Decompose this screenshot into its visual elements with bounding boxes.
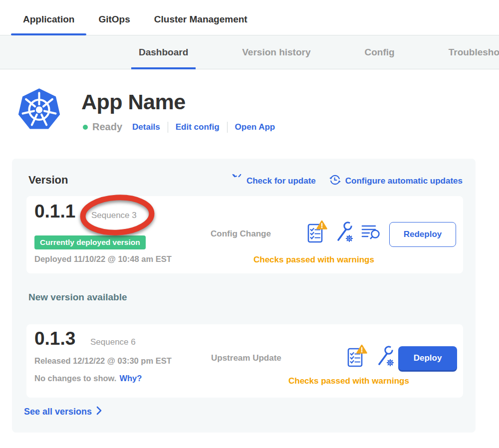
tab-cluster-management-label: Cluster Management — [154, 14, 248, 24]
why-link[interactable]: Why? — [119, 374, 142, 383]
deployed-timestamp: Deployed 11/10/22 @ 10:48 am EST — [34, 254, 172, 264]
currently-deployed-badge: Currently deployed version — [34, 235, 146, 249]
app-dashboard-screen: Application GitOps Cluster Management Da… — [0, 0, 499, 448]
chevron-right-icon — [96, 406, 102, 418]
configure-automatic-updates-label: Configure automatic updates — [345, 176, 463, 186]
tab-gitops[interactable]: GitOps — [86, 14, 142, 35]
tab-dashboard[interactable]: Dashboard — [131, 35, 196, 69]
current-version-card: 0.1.1 Sequence 3 Currently deployed vers… — [26, 196, 463, 273]
page-title: App Name — [81, 90, 186, 114]
tab-application-label: Application — [23, 14, 74, 24]
check-for-update-button[interactable]: Check for update — [231, 174, 316, 188]
checks-status-text[interactable]: Checks passed with warnings — [288, 376, 409, 386]
details-link[interactable]: Details — [132, 122, 160, 132]
available-version-status-icons — [347, 344, 396, 370]
scheduled-sync-icon — [329, 174, 341, 189]
kubernetes-logo-icon — [17, 86, 61, 135]
primary-nav: Application GitOps Cluster Management — [0, 0, 499, 35]
tab-gitops-label: GitOps — [98, 14, 130, 24]
tab-version-history[interactable]: Version history — [235, 35, 318, 69]
tab-config-label: Config — [365, 47, 395, 58]
open-app-link[interactable]: Open App — [235, 122, 275, 132]
refresh-icon — [231, 174, 243, 188]
app-status-row: Ready Details Edit config Open App — [83, 121, 275, 133]
available-version-sequence: Sequence 6 — [90, 337, 136, 347]
config-wrench-icon[interactable] — [375, 345, 396, 369]
tab-troubleshoot-label: Troubleshoot — [449, 47, 499, 58]
version-panel-actions: Check for update Configure automatic upd… — [231, 174, 463, 189]
secondary-nav: Dashboard Version history Config Trouble… — [0, 35, 499, 69]
divider — [227, 122, 228, 133]
tab-dashboard-label: Dashboard — [139, 47, 188, 58]
current-version-sequence: Sequence 3 — [91, 211, 137, 221]
tab-config[interactable]: Config — [357, 35, 402, 69]
preflight-checks-warning-icon[interactable] — [347, 344, 367, 370]
redeploy-button[interactable]: Redeploy — [389, 222, 456, 247]
status-ready-dot-icon — [83, 125, 88, 130]
preflight-checks-warning-icon[interactable] — [307, 220, 327, 245]
available-version-card: 0.1.3 Sequence 6 Released 12/12/22 @ 03:… — [26, 324, 463, 398]
version-panel-title: Version — [28, 174, 68, 187]
current-version-status-icons — [307, 220, 380, 245]
tab-cluster-management[interactable]: Cluster Management — [142, 14, 259, 35]
no-changes-text: No changes to show. — [34, 374, 116, 383]
no-changes-row: No changes to show. Why? — [34, 374, 142, 383]
check-for-update-label: Check for update — [247, 176, 316, 186]
deploy-button[interactable]: Deploy — [398, 346, 457, 370]
config-wrench-icon[interactable] — [334, 221, 355, 245]
current-version-number: 0.1.1 — [34, 201, 75, 222]
tab-version-history-label: Version history — [242, 47, 310, 58]
view-diff-icon[interactable] — [361, 223, 380, 243]
see-all-versions-label: See all versions — [24, 407, 92, 417]
available-version-number: 0.1.3 — [34, 328, 75, 349]
divider — [168, 122, 168, 133]
checks-status-text[interactable]: Checks passed with warnings — [253, 255, 374, 265]
released-timestamp: Released 12/12/22 @ 03:30 pm EST — [34, 356, 172, 366]
version-source-label: Config Change — [211, 229, 271, 239]
version-panel: Version Check for update — [12, 159, 476, 433]
status-label: Ready — [92, 121, 122, 133]
see-all-versions-link[interactable]: See all versions — [24, 406, 102, 418]
edit-config-link[interactable]: Edit config — [176, 122, 220, 132]
version-source-label: Upstream Update — [211, 353, 281, 363]
new-version-available-heading: New version available — [28, 292, 127, 303]
configure-automatic-updates-button[interactable]: Configure automatic updates — [329, 174, 463, 189]
tab-application[interactable]: Application — [11, 14, 86, 35]
tab-troubleshoot[interactable]: Troubleshoot — [441, 35, 499, 69]
